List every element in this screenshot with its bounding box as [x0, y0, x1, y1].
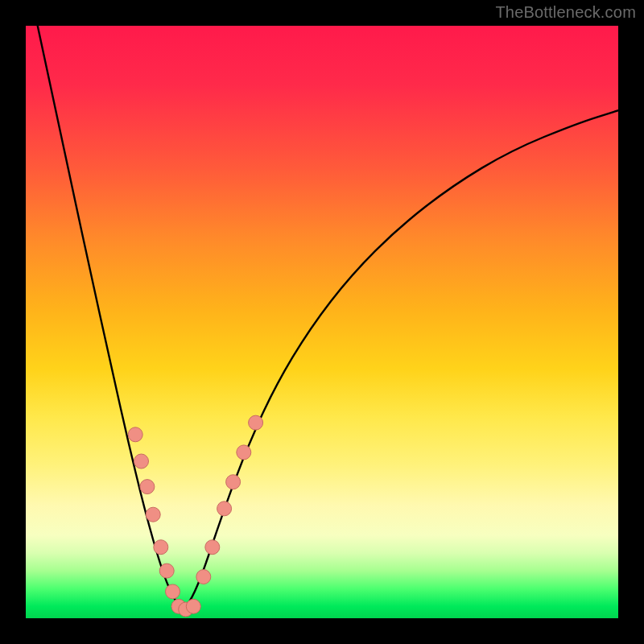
data-marker: [237, 445, 251, 460]
data-marker: [205, 540, 220, 555]
data-marker: [159, 564, 174, 578]
plot-area: [26, 26, 618, 618]
data-marker: [128, 427, 142, 442]
chart-container: TheBottleneck.com: [0, 0, 644, 644]
data-marker: [217, 502, 232, 516]
data-marker: [140, 480, 155, 494]
chart-overlay: [26, 26, 618, 618]
data-marker: [196, 570, 211, 584]
data-marker: [154, 540, 168, 555]
bottleneck-curve: [38, 26, 618, 607]
data-marker: [249, 415, 263, 430]
data-marker: [146, 507, 160, 522]
data-marker: [166, 584, 180, 599]
data-marker: [186, 599, 200, 613]
data-marker: [226, 475, 241, 489]
data-marker: [134, 454, 149, 469]
watermark-text: TheBottleneck.com: [495, 3, 636, 22]
data-markers: [128, 415, 262, 617]
